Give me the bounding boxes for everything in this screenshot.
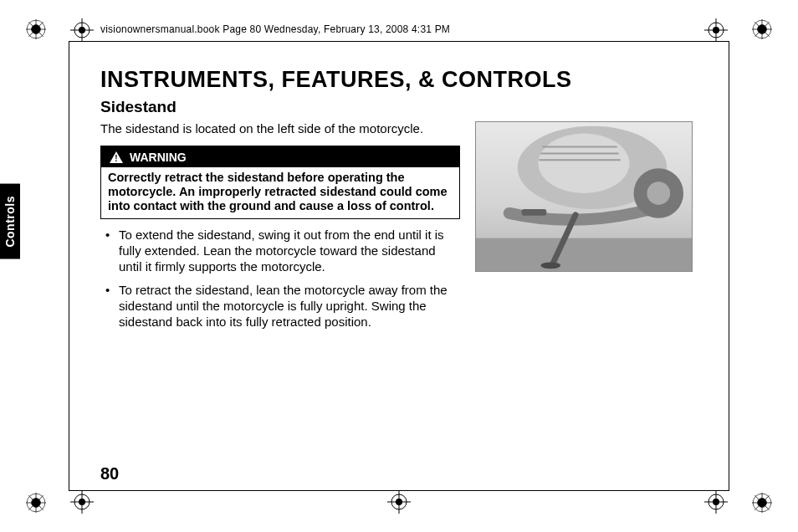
svg-rect-46: [476, 238, 692, 271]
page-subtitle: Sidestand: [100, 98, 723, 116]
image-column: [475, 121, 723, 339]
svg-text:!: !: [115, 154, 117, 163]
page-title: INSTRUMENTS, FEATURES, & CONTROLS: [100, 67, 723, 93]
registration-mark-icon: [751, 18, 773, 40]
registration-mark-icon: [751, 492, 773, 514]
crosshair-mark-icon: [70, 18, 94, 42]
svg-point-55: [540, 262, 560, 269]
page-content: INSTRUMENTS, FEATURES, & CONTROLS Sidest…: [100, 67, 723, 473]
crop-line-left: [69, 41, 69, 491]
warning-label: WARNING: [130, 151, 187, 164]
svg-rect-56: [522, 209, 547, 216]
crosshair-mark-icon: [704, 18, 728, 42]
crop-line-top: [69, 41, 729, 42]
list-item: To extend the sidestand, swing it out fr…: [100, 228, 460, 274]
section-tab: Controls: [0, 184, 20, 259]
warning-box: ! WARNING Correctly retract the sidestan…: [100, 146, 460, 219]
page-number: 80: [100, 464, 119, 483]
text-column: The sidestand is located on the left sid…: [100, 121, 460, 339]
svg-point-53: [647, 182, 670, 205]
motorcycle-sidestand-image: [475, 121, 693, 272]
warning-body: Correctly retract the sidestand before o…: [101, 167, 459, 218]
crosshair-mark-icon: [387, 490, 411, 514]
svg-point-48: [538, 134, 629, 193]
registration-mark-icon: [25, 492, 47, 514]
page-header: visionownersmanual.book Page 80 Wednesda…: [100, 23, 450, 35]
intro-text: The sidestand is located on the left sid…: [100, 121, 452, 137]
crosshair-mark-icon: [704, 490, 728, 514]
crop-line-right: [729, 41, 729, 491]
list-item: To retract the sidestand, lean the motor…: [100, 283, 460, 330]
bullet-list: To extend the sidestand, swing it out fr…: [100, 228, 460, 330]
registration-mark-icon: [25, 18, 47, 40]
crosshair-mark-icon: [70, 490, 94, 514]
warning-triangle-icon: !: [110, 151, 123, 163]
warning-header: ! WARNING: [101, 146, 459, 167]
